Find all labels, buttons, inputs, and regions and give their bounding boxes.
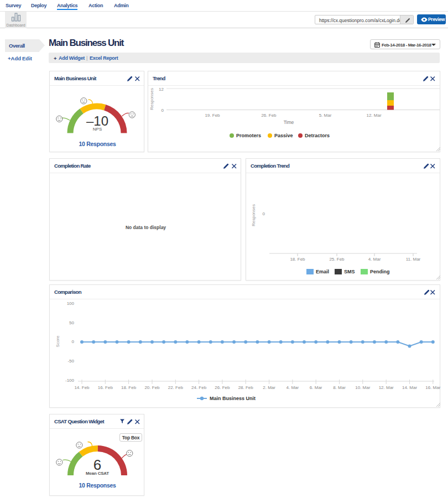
svg-text:100: 100 (67, 301, 75, 306)
svg-text:Pending: Pending (370, 269, 390, 274)
svg-text:14. Mar: 14. Mar (402, 385, 417, 390)
svg-text:25. Feb: 25. Feb (329, 257, 345, 262)
svg-text:-100: -100 (65, 378, 75, 383)
svg-text:0: 0 (263, 211, 265, 216)
svg-text:22. Feb: 22. Feb (168, 385, 184, 390)
svg-text:50: 50 (69, 320, 74, 325)
svg-text:Score: Score (55, 335, 60, 347)
svg-text:Time: Time (284, 120, 294, 125)
svg-text:2. Mar: 2. Mar (263, 385, 275, 390)
svg-text:18. Feb: 18. Feb (121, 385, 137, 390)
svg-text:16. Feb: 16. Feb (98, 385, 113, 390)
svg-text:16. Mar: 16. Mar (425, 385, 440, 390)
svg-text:18. Feb: 18. Feb (290, 257, 305, 262)
svg-text:Responses: Responses (149, 88, 154, 110)
svg-text:19. Feb: 19. Feb (205, 113, 220, 118)
svg-text:11. Mar: 11. Mar (406, 257, 421, 262)
svg-text:6. Mar: 6. Mar (310, 385, 322, 390)
svg-text:Main Business Unit: Main Business Unit (210, 396, 256, 401)
svg-text:12. Mar: 12. Mar (366, 113, 381, 118)
svg-text:8. Mar: 8. Mar (333, 385, 346, 390)
svg-text:0: 0 (72, 339, 75, 344)
svg-text:10. Mar: 10. Mar (355, 385, 370, 390)
svg-text:Responses: Responses (251, 204, 256, 226)
svg-text:24. Feb: 24. Feb (191, 385, 207, 390)
svg-text:Passive: Passive (274, 133, 293, 138)
svg-text:12: 12 (159, 87, 164, 92)
svg-text:4. Mar: 4. Mar (286, 385, 299, 390)
svg-text:-50: -50 (67, 359, 74, 364)
svg-text:20. Feb: 20. Feb (144, 385, 160, 390)
svg-text:4. Mar: 4. Mar (368, 257, 381, 262)
svg-text:Email: Email (316, 269, 329, 274)
svg-text:SMS: SMS (344, 269, 355, 274)
svg-text:28. Feb: 28. Feb (238, 385, 254, 390)
svg-text:26. Feb: 26. Feb (261, 113, 277, 118)
svg-text:Detractors: Detractors (305, 133, 330, 138)
svg-text:12. Mar: 12. Mar (379, 385, 394, 390)
svg-text:26. Feb: 26. Feb (215, 385, 230, 390)
svg-text:14. Feb: 14. Feb (74, 385, 90, 390)
svg-text:0: 0 (162, 108, 164, 113)
svg-text:Promoters: Promoters (236, 133, 261, 138)
svg-text:5. Mar: 5. Mar (319, 113, 332, 118)
